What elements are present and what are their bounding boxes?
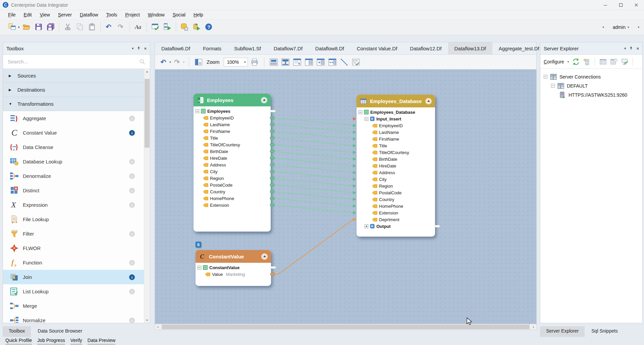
expand-all-pane-button[interactable] <box>327 57 337 67</box>
status-quick-profile[interactable]: Quick Profile <box>5 338 32 345</box>
employees-header[interactable]: xEmployees <box>194 94 271 106</box>
tree-node-default[interactable]: −DEFAULT <box>540 81 642 90</box>
constant-value-row-constantvalue[interactable]: −ConstantValue <box>196 264 271 271</box>
employees-row-birthdate[interactable]: BirthDate <box>194 148 271 155</box>
info-icon[interactable]: i <box>129 159 135 164</box>
toolbox-item-merge[interactable]: Merge <box>3 299 150 313</box>
auto-layout-vertical-button[interactable] <box>280 57 290 67</box>
menu-social[interactable]: Social <box>169 11 190 19</box>
job-monitor-button[interactable] <box>599 58 607 65</box>
expand-node-icon[interactable]: + <box>365 225 368 228</box>
tab-dataflow8-df[interactable]: Dataflow8.Df <box>309 42 351 54</box>
toolbox-scrollbar[interactable]: ▲ ▼ <box>144 69 150 323</box>
menu-edit[interactable]: Edit <box>20 11 36 19</box>
toolbox-item-filter[interactable]: 10110Filteri <box>3 227 150 241</box>
user-menu[interactable]: admin▾ <box>613 24 629 30</box>
toolbox-item-function[interactable]: fxFunctioni <box>3 255 150 270</box>
employees-row-lastname[interactable]: LastName <box>194 121 271 128</box>
redo-button[interactable]: ↷ <box>116 21 126 33</box>
employees-database-row-lastname[interactable]: LastName <box>357 129 435 136</box>
employees-row-country[interactable]: Country <box>194 188 271 195</box>
canvas-horizontal-scrollbar[interactable]: ‹ › <box>155 324 536 330</box>
menu-file[interactable]: File <box>4 11 20 19</box>
print-button[interactable] <box>250 57 260 67</box>
info-icon[interactable]: i <box>129 188 135 193</box>
toolbar-options-icon[interactable]: ▾ <box>638 26 639 29</box>
employees-row-firstname[interactable]: FirstName <box>194 128 271 135</box>
open-button[interactable] <box>21 21 32 33</box>
add-server-button[interactable] <box>583 58 590 65</box>
maximize-button[interactable] <box>613 0 629 10</box>
employees-row-region[interactable]: Region <box>194 175 271 182</box>
employees-database-row-deprtment[interactable]: Deprtment <box>357 216 435 223</box>
scroll-left-icon[interactable]: ‹ <box>155 324 161 330</box>
scroll-down-icon[interactable]: ▼ <box>144 317 150 323</box>
dataflow-canvas[interactable]: xEmployees−EmployeesEmployeeIDLastNameFi… <box>155 69 536 324</box>
status-job-progress[interactable]: Job Progress <box>37 338 65 345</box>
scroll-right-icon[interactable]: › <box>530 324 536 330</box>
collapse-box-button[interactable] <box>425 98 432 104</box>
data-preview-button[interactable]: 010110 <box>351 57 361 67</box>
tab-dataflow6-df[interactable]: Dataflow6.Df <box>155 42 197 54</box>
employees-database-row-city[interactable]: City <box>357 176 435 183</box>
employees-database-row-employeeid[interactable]: EmployeeID <box>357 122 435 129</box>
collapse-box-button[interactable] <box>261 97 267 103</box>
toolbox-item-flwor[interactable]: FLWOR <box>3 241 150 255</box>
menu-view[interactable]: View <box>36 11 54 19</box>
menu-project[interactable]: Project <box>121 11 144 19</box>
close-button[interactable] <box>629 0 644 10</box>
employees-row-city[interactable]: City <box>194 168 271 175</box>
scrollbar-thumb[interactable] <box>145 79 150 148</box>
toolbox-item-aggregate[interactable]: }Aggregatei <box>3 111 150 126</box>
chevron-down-icon[interactable]: ▾ <box>18 26 20 29</box>
chevron-down-icon[interactable]: ▾ <box>132 47 134 50</box>
undo-button[interactable]: ↶ <box>159 57 168 67</box>
employees-database-row-country[interactable]: Country <box>357 196 435 203</box>
employees-row-title[interactable]: Title <box>194 135 271 141</box>
info-icon[interactable]: i <box>129 202 135 208</box>
tab-dataflow7-df[interactable]: Dataflow7.Df <box>267 42 309 54</box>
employees-row-address[interactable]: Address <box>194 161 271 168</box>
refresh-button[interactable] <box>572 58 580 65</box>
save-all-button[interactable] <box>45 21 56 33</box>
info-icon[interactable]: i <box>129 130 135 136</box>
employees-database-header[interactable]: Employees_Database <box>357 95 435 107</box>
menu-help[interactable]: Help <box>190 11 207 19</box>
status-verify[interactable]: Verify <box>70 338 82 345</box>
search-input[interactable] <box>8 59 139 64</box>
redo-dropdown-icon[interactable]: ▾ <box>183 60 185 64</box>
dock-tab-sql-snippets[interactable]: Sql Snippets <box>585 326 624 337</box>
employees-database-row-extension[interactable]: Extension <box>357 209 435 216</box>
employees-database-row-hiredate[interactable]: HireDate <box>357 162 435 169</box>
cut-button[interactable] <box>62 21 73 33</box>
info-icon[interactable]: i <box>129 115 135 121</box>
info-icon[interactable]: i <box>129 260 135 265</box>
employees-database-row-homephone[interactable]: HomePhone <box>357 203 435 209</box>
employees-row-hiredate[interactable]: HireDate <box>194 155 271 161</box>
font-button[interactable]: Aa <box>133 21 144 33</box>
pin-icon[interactable] <box>137 46 141 50</box>
info-icon[interactable]: i <box>129 317 135 323</box>
pin-icon[interactable] <box>629 46 633 50</box>
tab-aggregate-test-df[interactable]: Aggregate_test.Df <box>492 42 546 54</box>
info-icon[interactable]: i <box>129 289 135 294</box>
tab-formats[interactable]: Formats <box>197 42 228 54</box>
tree-node-https-astwks251-9260[interactable]: HTTPS://ASTWKS251:9260 <box>540 90 642 99</box>
toolbox-item-join[interactable]: Joini <box>3 270 150 284</box>
copy-button[interactable] <box>74 21 85 33</box>
menu-window[interactable]: Window <box>144 11 169 19</box>
employees-database-row-employees-database[interactable]: −Employees_Database <box>357 109 435 115</box>
server-verify-button[interactable] <box>621 58 628 65</box>
undo-dropdown-icon[interactable]: ▾ <box>169 60 171 64</box>
chevron-down-icon[interactable]: ▾ <box>624 47 626 50</box>
menu-dataflow[interactable]: Dataflow <box>76 11 102 19</box>
employees-database-row-address[interactable]: Address <box>357 169 435 176</box>
scrollbar-thumb[interactable] <box>162 325 530 329</box>
toolbox-item-database-lookup[interactable]: Database Lookupi <box>3 154 150 169</box>
verify-dataflow-button[interactable] <box>150 21 161 33</box>
employees-database-row-region[interactable]: Region <box>357 183 435 189</box>
status-data-preview[interactable]: Data Preview <box>88 338 115 345</box>
minimize-button[interactable] <box>598 0 613 10</box>
configure-button[interactable]: Configure <box>544 59 564 64</box>
employees-database-row-output[interactable]: +Output <box>357 223 435 230</box>
